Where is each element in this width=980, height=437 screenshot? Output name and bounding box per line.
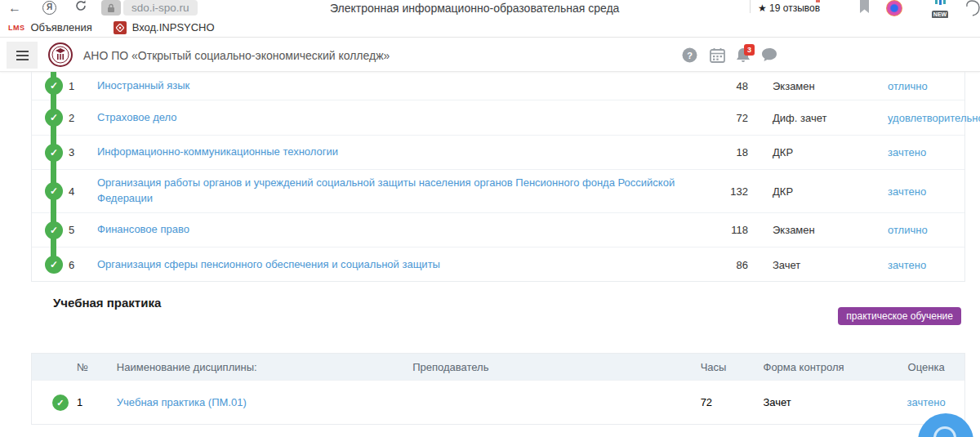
course-hours: 72 bbox=[703, 112, 748, 124]
course-number: 6 bbox=[69, 259, 97, 271]
course-control-form: Экзамен bbox=[773, 224, 858, 236]
header-grade: Оценка bbox=[888, 361, 964, 373]
practice-table: № Наименование дисциплины: Преподаватель… bbox=[31, 353, 965, 425]
bookmark-announcements[interactable]: LMS Объявления bbox=[8, 21, 92, 33]
bookmark-label: Объявления bbox=[31, 21, 92, 33]
extension-new-dots bbox=[929, 0, 951, 5]
practice-type-badge: практическое обучение bbox=[838, 307, 961, 325]
course-row: ✓5Финансовое право118Экзаменотлично bbox=[32, 213, 964, 247]
bookmark-inpsycho-login[interactable]: Вход.INPSYCHO bbox=[114, 21, 215, 34]
practice-section-title: Учебная практика bbox=[53, 296, 161, 310]
course-number: 5 bbox=[69, 224, 97, 236]
app-header: АНО ПО «Открытый социально-экономический… bbox=[0, 38, 980, 72]
course-grade-link[interactable]: зачтено bbox=[875, 146, 964, 158]
practice-table-header: № Наименование дисциплины: Преподаватель… bbox=[32, 354, 964, 380]
course-control-form: Зачет bbox=[773, 259, 858, 271]
lms-favicon: LMS bbox=[8, 24, 25, 32]
practice-number: 1 bbox=[77, 396, 105, 408]
chat-fab-ring-icon bbox=[933, 426, 956, 437]
course-link[interactable]: Страховое дело bbox=[97, 110, 703, 126]
course-grade-link[interactable]: зачтено bbox=[875, 185, 964, 198]
header-name: Наименование дисциплины: bbox=[117, 361, 385, 373]
help-icon[interactable]: ? bbox=[682, 47, 697, 63]
practice-control-form: Зачет bbox=[764, 396, 853, 408]
course-row: ✓1Иностранный язык48Экзаменотлично bbox=[32, 72, 964, 100]
header-num: № bbox=[77, 361, 105, 373]
course-grade-link[interactable]: зачтено bbox=[875, 259, 964, 271]
course-link[interactable]: Иностранный язык bbox=[97, 78, 703, 94]
course-hours: 48 bbox=[703, 80, 748, 92]
notification-count-badge: 3 bbox=[744, 44, 755, 56]
bookmark-label: Вход.INPSYCHO bbox=[132, 21, 215, 33]
course-link[interactable]: Организация сферы пенсионного обеспечени… bbox=[97, 257, 703, 273]
course-row: ✓2Страховое дело72Диф. зачетудовлетворит… bbox=[32, 100, 964, 136]
course-row: ✓4Организация работы органов и учреждени… bbox=[32, 170, 964, 213]
course-grade-link[interactable]: отлично bbox=[875, 224, 964, 236]
course-row: ✓3Информационно-коммуникационные техноло… bbox=[32, 136, 964, 170]
lock-icon[interactable] bbox=[101, 0, 121, 16]
course-hours: 86 bbox=[703, 259, 748, 271]
course-control-form: Экзамен bbox=[773, 80, 858, 92]
extension-avatar-icon[interactable] bbox=[886, 0, 902, 16]
course-control-form: ДКР bbox=[773, 185, 858, 198]
completed-check-icon: ✓ bbox=[45, 144, 63, 162]
reviews-button[interactable]: ★ 19 отзывов bbox=[758, 0, 848, 15]
completed-check-icon: ✓ bbox=[45, 182, 63, 200]
browser-toolbar: ← Я sdo.i-spo.ru Электронная информацион… bbox=[0, 0, 980, 18]
practice-row: ✓1Учебная практика (ПМ.01)72Зачетзачтено bbox=[32, 380, 964, 424]
course-number: 4 bbox=[69, 185, 97, 198]
messages-icon[interactable] bbox=[761, 47, 777, 62]
url-box[interactable]: sdo.i-spo.ru bbox=[123, 0, 198, 16]
course-row: ✓6Организация сферы пенсионного обеспече… bbox=[32, 247, 964, 282]
practice-hours: 72 bbox=[701, 396, 742, 408]
header-control: Форма контроля bbox=[764, 361, 853, 373]
bookmarks-bar: LMS Объявления Вход.INPSYCHO bbox=[0, 18, 980, 38]
practice-grade-link[interactable]: зачтено bbox=[888, 396, 964, 408]
course-control-form: ДКР bbox=[773, 146, 858, 158]
course-link[interactable]: Организация работы органов и учреждений … bbox=[97, 176, 703, 207]
completed-check-icon: ✓ bbox=[45, 77, 63, 95]
college-logo-icon bbox=[47, 42, 74, 68]
course-link[interactable]: Финансовое право bbox=[97, 222, 703, 238]
menu-icon[interactable] bbox=[7, 42, 38, 69]
practice-link[interactable]: Учебная практика (ПМ.01) bbox=[117, 396, 385, 408]
header-teacher: Преподаватель bbox=[385, 361, 516, 373]
course-link[interactable]: Информационно-коммуникационные технологи… bbox=[97, 145, 703, 160]
course-number: 2 bbox=[69, 112, 97, 124]
completed-check-icon: ✓ bbox=[52, 395, 69, 411]
org-name: АНО ПО «Открытый социально-экономический… bbox=[83, 49, 390, 62]
course-grade-link[interactable]: отлично bbox=[875, 80, 964, 92]
completed-check-icon: ✓ bbox=[45, 256, 63, 274]
notifications-bell-icon[interactable]: 3 bbox=[736, 47, 751, 63]
hand-outline-icon[interactable] bbox=[965, 0, 980, 16]
back-icon[interactable]: ← bbox=[8, 0, 21, 16]
course-number: 1 bbox=[69, 80, 97, 92]
course-hours: 18 bbox=[703, 146, 748, 158]
reviews-count: 19 отзывов bbox=[769, 2, 820, 14]
course-number: 3 bbox=[69, 146, 97, 158]
completed-check-icon: ✓ bbox=[45, 221, 63, 239]
completed-check-icon: ✓ bbox=[45, 109, 63, 127]
browser-window: ← Я sdo.i-spo.ru Электронная информацион… bbox=[0, 0, 980, 437]
bookmark-flag-icon[interactable] bbox=[859, 0, 870, 14]
star-icon: ★ bbox=[758, 2, 767, 14]
refresh-icon[interactable] bbox=[75, 0, 87, 11]
yandex-browser-icon[interactable]: Я bbox=[42, 1, 56, 15]
page-title: Электронная информационно-образовательна… bbox=[330, 0, 619, 16]
course-grade-link[interactable]: удовлетворительно bbox=[875, 112, 964, 124]
inpsycho-favicon-icon bbox=[114, 21, 127, 34]
course-hours: 132 bbox=[703, 185, 748, 198]
extension-new-icon[interactable]: NEW bbox=[929, 0, 951, 20]
course-hours: 118 bbox=[703, 224, 748, 236]
courses-table: ✓1Иностранный язык48Экзаменотлично✓2Стра… bbox=[31, 72, 965, 282]
header-hours: Часы bbox=[701, 361, 742, 373]
calendar-icon[interactable] bbox=[710, 47, 725, 63]
toolbar-divider bbox=[750, 0, 751, 13]
course-control-form: Диф. зачет bbox=[773, 112, 858, 124]
svg-text:?: ? bbox=[687, 51, 693, 60]
